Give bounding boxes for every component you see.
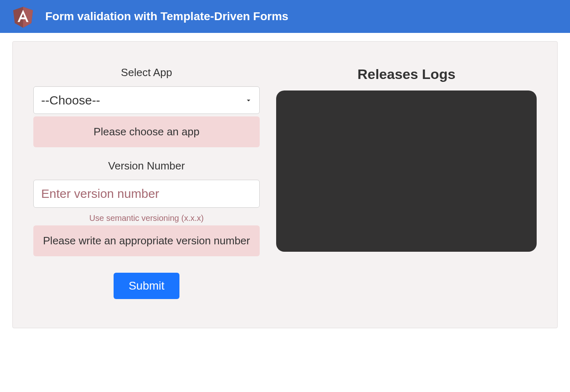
main-container: Select App --Choose-- Please choose an a…: [12, 41, 558, 328]
select-app-group: Select App --Choose-- Please choose an a…: [33, 66, 260, 147]
select-app-error: Please choose an app: [33, 116, 260, 147]
form-column: Select App --Choose-- Please choose an a…: [33, 66, 260, 299]
version-group: Version Number Use semantic versioning (…: [33, 160, 260, 256]
version-input[interactable]: [33, 180, 260, 208]
version-error: Please write an appropriate version numb…: [33, 225, 260, 256]
page-title: Form validation with Template-Driven For…: [45, 10, 288, 23]
page-header: Form validation with Template-Driven For…: [0, 0, 570, 33]
version-label: Version Number: [108, 160, 185, 172]
svg-marker-1: [23, 7, 33, 28]
angular-logo-icon: [12, 5, 35, 28]
select-app-dropdown[interactable]: --Choose--: [33, 86, 260, 114]
submit-button[interactable]: Submit: [114, 273, 179, 299]
logs-title: Releases Logs: [357, 66, 455, 82]
version-help-text: Use semantic versioning (x.x.x): [89, 213, 204, 223]
select-app-label: Select App: [121, 66, 172, 79]
logs-panel: [276, 90, 537, 252]
logs-column: Releases Logs: [276, 66, 537, 299]
